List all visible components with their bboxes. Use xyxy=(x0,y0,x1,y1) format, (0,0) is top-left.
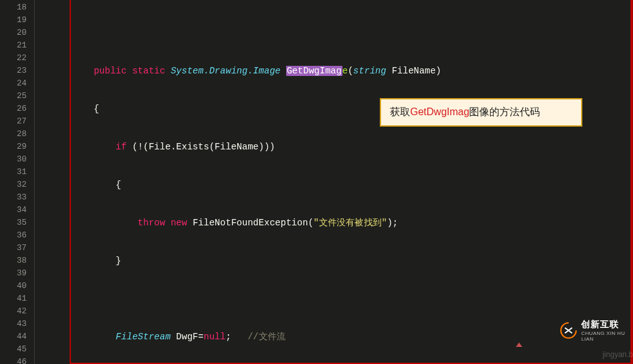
line-number: 25 xyxy=(0,90,27,103)
annotation-callout: 获取GetDwgImag图像的方法代码 xyxy=(380,98,582,127)
line-number: 37 xyxy=(0,242,27,254)
line-number: 32 xyxy=(0,179,27,191)
line-number: 36 xyxy=(0,229,27,242)
code-line: throw new FileNotFoundException("文件没有被找到… xyxy=(44,217,632,229)
logo-icon xyxy=(560,320,577,341)
brand-logo: 创新互联 CHUANG XIN HU LIAN xyxy=(560,320,629,341)
line-number: 39 xyxy=(0,267,27,280)
line-number: 23 xyxy=(0,65,27,77)
code-editor[interactable]: 1819202122232425262728293031323334353637… xyxy=(0,0,633,364)
line-number: 46 xyxy=(0,356,27,364)
code-line xyxy=(44,292,632,305)
line-number: 21 xyxy=(0,39,27,52)
code-area[interactable]: public static System.Drawing.Image GetDw… xyxy=(35,0,632,364)
line-number: 42 xyxy=(0,305,27,318)
line-number: 28 xyxy=(0,128,27,141)
line-number: 44 xyxy=(0,330,27,343)
line-number: 22 xyxy=(0,52,27,65)
code-line: if (!(File.Exists(FileName))) xyxy=(44,141,632,153)
line-number: 26 xyxy=(0,103,27,115)
line-number: 38 xyxy=(0,254,27,267)
line-number: 19 xyxy=(0,14,27,27)
line-number: 33 xyxy=(0,191,27,204)
code-line: } xyxy=(44,254,632,267)
code-line: FileStream DwgF=null; //文件流 xyxy=(44,330,632,343)
line-number: 20 xyxy=(0,27,27,39)
line-number: 41 xyxy=(0,292,27,305)
line-number: 29 xyxy=(0,141,27,153)
watermark-text: jingyan.b xyxy=(603,350,633,359)
selection-highlight: GetDwgImag xyxy=(286,66,342,76)
line-number: 31 xyxy=(0,166,27,179)
code-line: public static System.Drawing.Image GetDw… xyxy=(44,65,632,77)
code-line xyxy=(44,27,632,39)
line-number: 24 xyxy=(0,77,27,90)
line-number: 18 xyxy=(0,1,27,14)
line-number: 34 xyxy=(0,204,27,217)
line-number: 35 xyxy=(0,217,27,229)
line-number: 43 xyxy=(0,318,27,330)
marker-icon xyxy=(516,342,522,347)
line-number: 40 xyxy=(0,280,27,292)
line-number: 45 xyxy=(0,343,27,356)
line-number-gutter: 1819202122232425262728293031323334353637… xyxy=(0,0,35,364)
line-number: 30 xyxy=(0,153,27,166)
line-number: 27 xyxy=(0,115,27,128)
code-line: { xyxy=(44,179,632,191)
